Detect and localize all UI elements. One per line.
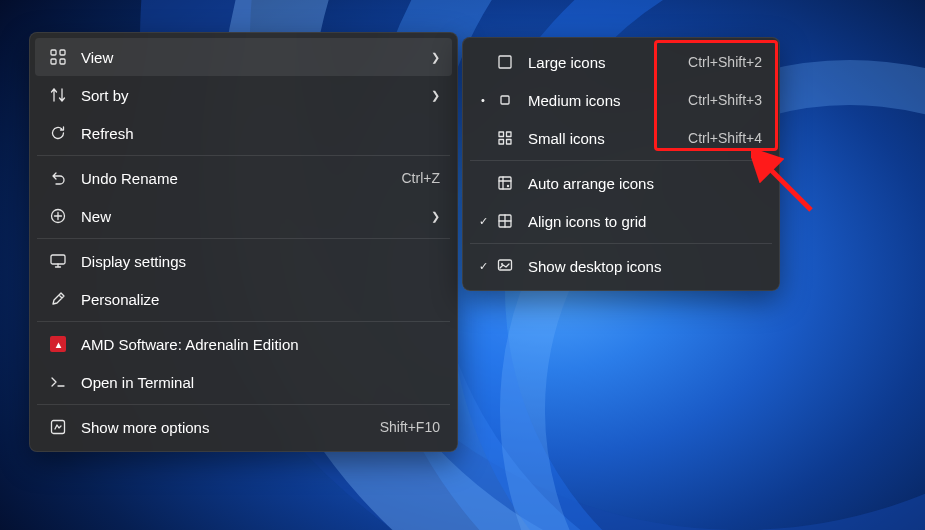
menu-item-label: Small icons [528,130,678,147]
menu-item-medium[interactable]: •Medium iconsCtrl+Shift+3 [468,81,774,119]
bullet-mark-icon: • [474,94,492,106]
svg-rect-16 [499,260,512,270]
plus-icon [47,205,69,227]
chevron-right-icon: ❯ [426,210,440,223]
menu-item-shortcut: Ctrl+Shift+2 [688,54,762,70]
desktop-icon [494,255,516,277]
svg-rect-8 [501,96,509,104]
more-icon [47,416,69,438]
menu-item-label: Large icons [528,54,678,71]
auto-icon [494,172,516,194]
menu-item-personalize[interactable]: Personalize [35,280,452,318]
grid-icon [47,46,69,68]
svg-rect-2 [51,59,56,64]
menu-item-label: Medium icons [528,92,678,109]
svg-rect-5 [51,255,65,264]
menu-item-label: Personalize [81,291,440,308]
menu-item-label: AMD Software: Adrenalin Edition [81,336,440,353]
chevron-right-icon: ❯ [426,51,440,64]
svg-point-14 [507,185,509,187]
menu-item-label: Open in Terminal [81,374,440,391]
menu-item-display[interactable]: Display settings [35,242,452,280]
menu-item-label: Display settings [81,253,440,270]
terminal-icon [47,371,69,393]
svg-rect-12 [507,140,512,145]
view-submenu: Large iconsCtrl+Shift+2•Medium iconsCtrl… [462,37,780,291]
desktop-context-menu: View❯Sort by❯RefreshUndo RenameCtrl+ZNew… [29,32,458,452]
menu-item-shortcut: Ctrl+Shift+3 [688,92,762,108]
svg-rect-3 [60,59,65,64]
menu-item-align[interactable]: ✓Align icons to grid [468,202,774,240]
menu-item-shortcut: Shift+F10 [380,419,440,435]
menu-item-new[interactable]: New❯ [35,197,452,235]
square-sm-icon [494,89,516,111]
svg-rect-11 [499,140,504,145]
menu-item-shortcut: Ctrl+Shift+4 [688,130,762,146]
menu-item-amd[interactable]: ▴AMD Software: Adrenalin Edition [35,325,452,363]
menu-item-shortcut: Ctrl+Z [402,170,441,186]
menu-item-label: Auto arrange icons [528,175,762,192]
menu-item-auto[interactable]: Auto arrange icons [468,164,774,202]
check-mark-icon: ✓ [474,260,492,273]
menu-separator [37,321,450,322]
menu-separator [37,238,450,239]
square-icon [494,51,516,73]
svg-rect-1 [60,50,65,55]
svg-rect-7 [499,56,511,68]
menu-item-more[interactable]: Show more optionsShift+F10 [35,408,452,446]
brush-icon [47,288,69,310]
menu-item-label: View [81,49,420,66]
menu-item-label: Show desktop icons [528,258,762,275]
menu-item-label: Align icons to grid [528,213,762,230]
svg-rect-10 [507,132,512,137]
menu-separator [470,243,772,244]
menu-item-label: Refresh [81,125,440,142]
menu-item-undo[interactable]: Undo RenameCtrl+Z [35,159,452,197]
menu-separator [470,160,772,161]
display-icon [47,250,69,272]
menu-item-refresh[interactable]: Refresh [35,114,452,152]
align-icon [494,210,516,232]
menu-separator [37,155,450,156]
menu-item-sortby[interactable]: Sort by❯ [35,76,452,114]
amd-icon: ▴ [47,333,69,355]
menu-separator [37,404,450,405]
svg-rect-0 [51,50,56,55]
menu-item-view[interactable]: View❯ [35,38,452,76]
refresh-icon [47,122,69,144]
menu-item-large[interactable]: Large iconsCtrl+Shift+2 [468,43,774,81]
menu-item-show[interactable]: ✓Show desktop icons [468,247,774,285]
svg-rect-13 [499,177,511,189]
chevron-right-icon: ❯ [426,89,440,102]
undo-icon [47,167,69,189]
menu-item-label: Undo Rename [81,170,392,187]
menu-item-label: Sort by [81,87,420,104]
grid4-icon [494,127,516,149]
sort-icon [47,84,69,106]
menu-item-small[interactable]: Small iconsCtrl+Shift+4 [468,119,774,157]
check-mark-icon: ✓ [474,215,492,228]
menu-item-terminal[interactable]: Open in Terminal [35,363,452,401]
menu-item-label: New [81,208,420,225]
menu-item-label: Show more options [81,419,370,436]
svg-rect-9 [499,132,504,137]
